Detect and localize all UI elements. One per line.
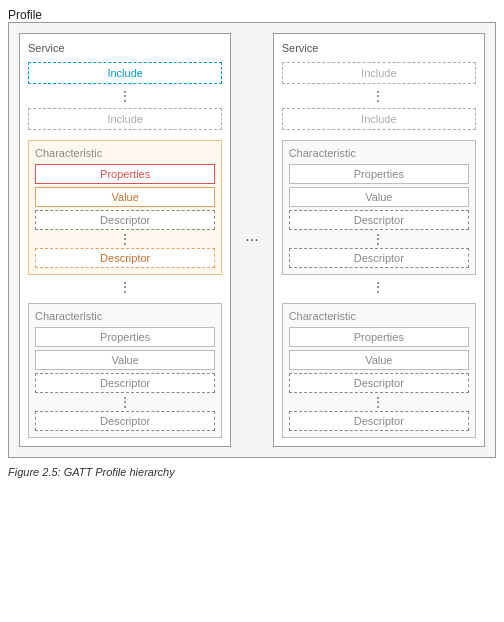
left-include-1: Include — [28, 62, 222, 84]
right-char-2-properties: Properties — [289, 327, 469, 347]
right-service-box: Service Include ⋮ Include Characteristic… — [273, 33, 485, 447]
left-char-1: Characteristic Properties Value Descript… — [28, 140, 222, 275]
left-char-2-value: Value — [35, 350, 215, 370]
left-char-1-label: Characteristic — [35, 147, 215, 159]
left-char-1-properties: Properties — [35, 164, 215, 184]
right-char-2-value: Value — [289, 350, 469, 370]
left-char-2: Characteristic Properties Value Descript… — [28, 303, 222, 438]
left-dots-1: ⋮ — [28, 90, 222, 102]
left-dots-2: ⋮ — [28, 281, 222, 293]
middle-dots: ··· — [241, 231, 262, 249]
right-char-1-dots: ⋮ — [289, 233, 469, 245]
caption: Figure 2.5: GATT Profile hierarchy — [8, 466, 496, 478]
left-service-box: Service Include ⋮ Include Characteristic… — [19, 33, 231, 447]
left-char-1-dots: ⋮ — [35, 233, 215, 245]
right-char-2-descriptor-1: Descriptor — [289, 373, 469, 393]
right-dots-2: ⋮ — [282, 281, 476, 293]
left-service-label: Service — [28, 42, 222, 54]
right-char-1-value: Value — [289, 187, 469, 207]
left-include-2: Include — [28, 108, 222, 130]
right-service-label: Service — [282, 42, 476, 54]
left-char-1-descriptor-1: Descriptor — [35, 210, 215, 230]
left-char-2-dots: ⋮ — [35, 396, 215, 408]
right-char-2-descriptor-2: Descriptor — [289, 411, 469, 431]
right-char-1-descriptor-2: Descriptor — [289, 248, 469, 268]
right-char-1-properties: Properties — [289, 164, 469, 184]
right-dots-1: ⋮ — [282, 90, 476, 102]
right-char-1-descriptor-1: Descriptor — [289, 210, 469, 230]
right-include-2: Include — [282, 108, 476, 130]
right-include-1: Include — [282, 62, 476, 84]
left-char-1-value: Value — [35, 187, 215, 207]
left-char-2-descriptor-1: Descriptor — [35, 373, 215, 393]
left-char-1-descriptor-2: Descriptor — [35, 248, 215, 268]
left-char-2-descriptor-2: Descriptor — [35, 411, 215, 431]
left-char-2-properties: Properties — [35, 327, 215, 347]
right-char-2-label: Characteristic — [289, 310, 469, 322]
right-char-1: Characteristic Properties Value Descript… — [282, 140, 476, 275]
left-char-2-label: Characteristic — [35, 310, 215, 322]
right-char-2-dots: ⋮ — [289, 396, 469, 408]
diagram-container: Service Include ⋮ Include Characteristic… — [8, 22, 496, 458]
diagram-row: Service Include ⋮ Include Characteristic… — [19, 33, 485, 447]
right-char-2: Characteristic Properties Value Descript… — [282, 303, 476, 438]
page-title: Profile — [8, 8, 496, 22]
right-char-1-label: Characteristic — [289, 147, 469, 159]
